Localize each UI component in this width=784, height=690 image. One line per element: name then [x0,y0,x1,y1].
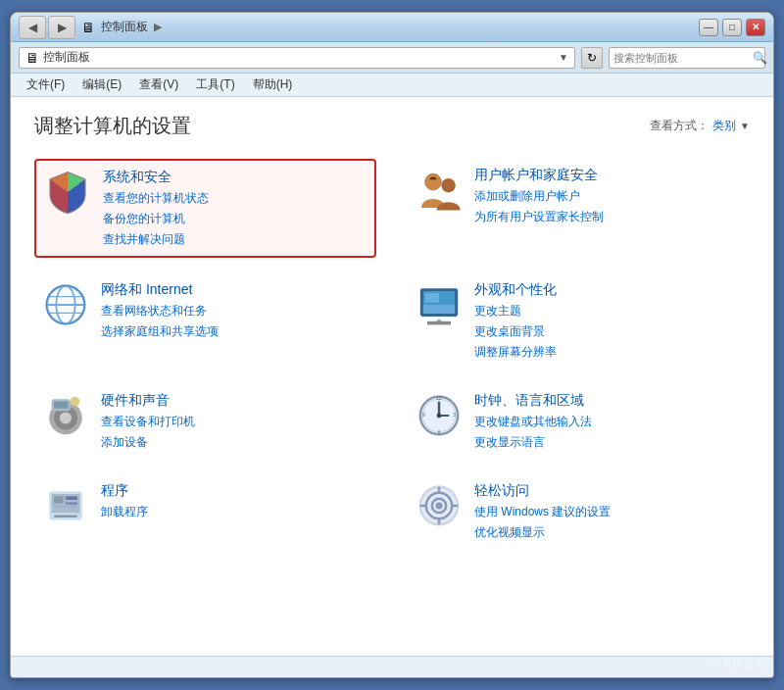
svg-rect-35 [66,502,77,504]
title-bar-buttons: — □ ✕ [699,19,765,36]
svg-text:9: 9 [422,413,425,418]
view-options: 查看方式： 类别 ▼ [650,118,750,134]
appearance-link-3[interactable]: 调整屏幕分辨率 [474,343,557,361]
menu-help[interactable]: 帮助(H) [245,74,301,95]
svg-rect-34 [66,496,77,500]
section-clock-language-text: 时钟、语言和区域 更改键盘或其他输入法 更改显示语言 [474,392,592,451]
section-hardware-sound-text: 硬件和声音 查看设备和打印机 添加设备 [101,392,195,451]
user-link-1[interactable]: 添加或删除用户帐户 [474,187,604,205]
section-system-security-title[interactable]: 系统和安全 [103,169,209,186]
section-system-security-text: 系统和安全 查看您的计算机状态 备份您的计算机 查找并解决问题 [103,169,209,248]
section-hardware-sound[interactable]: 硬件和声音 查看设备和打印机 添加设备 [34,384,376,459]
section-programs[interactable]: 程序 卸载程序 [34,474,376,549]
icon-clock-language: 12 3 6 9 [416,392,463,439]
nav-back-fwd: ◀ ▶ [19,16,75,39]
section-hardware-sound-title[interactable]: 硬件和声音 [101,392,195,410]
hardware-link-2[interactable]: 添加设备 [101,433,195,451]
programs-link-1[interactable]: 卸载程序 [101,503,148,520]
section-clock-language[interactable]: 12 3 6 9 时钟、语言和区域 更改键盘或其他输入法 更改显示语言 [408,384,750,459]
svg-point-1 [441,178,455,192]
svg-rect-37 [54,516,77,518]
system-link-2[interactable]: 备份您的计算机 [103,210,209,227]
icon-system-security [44,169,91,216]
control-panel-grid: 系统和安全 查看您的计算机状态 备份您的计算机 查找并解决问题 [34,159,750,549]
section-programs-title[interactable]: 程序 [101,482,148,500]
clock-link-1[interactable]: 更改键盘或其他输入法 [474,413,592,430]
svg-point-18 [60,412,72,423]
accessibility-link-1[interactable]: 使用 Windows 建议的设置 [474,503,611,520]
search-wrapper[interactable]: 🔍 [609,47,765,69]
svg-rect-12 [425,293,439,303]
address-input-wrapper[interactable]: 🖥 控制面板 ▼ [19,47,575,69]
icon-programs [42,482,89,529]
status-bar [11,656,773,677]
close-button[interactable]: ✕ [746,19,765,36]
icon-network-internet [42,281,89,328]
appearance-link-2[interactable]: 更改桌面背景 [474,322,557,340]
menu-tools[interactable]: 工具(T) [188,74,242,95]
section-programs-text: 程序 卸载程序 [101,482,148,520]
svg-point-8 [47,286,84,323]
svg-text:3: 3 [453,413,456,418]
svg-point-45 [435,502,442,509]
svg-point-26 [437,414,442,419]
icon-accessibility [416,482,463,529]
address-bar: 🖥 控制面板 ▼ ↻ 🔍 [11,42,773,74]
minimize-button[interactable]: — [699,19,718,36]
icon-hardware-sound [42,392,89,439]
svg-rect-33 [54,496,64,503]
title-bar: ◀ ▶ 🖥 控制面板 ▶ — □ ✕ [11,13,773,42]
section-accessibility[interactable]: 轻松访问 使用 Windows 建议的设置 优化视频显示 [408,474,750,549]
menu-file[interactable]: 文件(F) [19,74,73,95]
section-clock-language-title[interactable]: 时钟、语言和区域 [474,392,592,410]
menu-view[interactable]: 查看(V) [131,74,186,95]
address-dropdown-arrow[interactable]: ▼ [559,52,568,63]
section-network-internet-text: 网络和 Internet 查看网络状态和任务 选择家庭组和共享选项 [101,281,219,340]
svg-text:12: 12 [436,396,442,401]
back-button[interactable]: ◀ [19,16,46,39]
section-accessibility-text: 轻松访问 使用 Windows 建议的设置 优化视频显示 [474,482,611,541]
svg-text:6: 6 [438,430,441,435]
refresh-button[interactable]: ↻ [581,47,603,69]
svg-rect-20 [54,402,68,409]
appearance-link-1[interactable]: 更改主题 [474,302,557,320]
search-input[interactable] [613,52,749,64]
menu-bar: 文件(F) 编辑(E) 查看(V) 工具(T) 帮助(H) [11,74,773,97]
main-window: ◀ ▶ 🖥 控制面板 ▶ — □ ✕ 🖥 控制面板 ▼ ↻ 🔍 文件(F) 编辑… [10,12,774,678]
watermark: 一 桌机之道 [708,656,764,670]
svg-rect-14 [427,321,451,325]
maximize-button[interactable]: □ [722,19,742,36]
section-network-internet-title[interactable]: 网络和 Internet [101,281,219,299]
svg-rect-36 [54,506,77,508]
window-icon: 🖥 [81,20,95,35]
section-system-security[interactable]: 系统和安全 查看您的计算机状态 备份您的计算机 查找并解决问题 [34,159,376,258]
forward-button[interactable]: ▶ [48,16,75,39]
menu-edit[interactable]: 编辑(E) [74,74,129,95]
section-network-internet[interactable]: 网络和 Internet 查看网络状态和任务 选择家庭组和共享选项 [34,273,376,369]
section-accessibility-title[interactable]: 轻松访问 [474,482,611,500]
search-icon[interactable]: 🔍 [753,51,767,65]
user-link-2[interactable]: 为所有用户设置家长控制 [474,208,604,225]
section-user-accounts[interactable]: 用户帐户和家庭安全 添加或删除用户帐户 为所有用户设置家长控制 [408,159,750,258]
section-appearance-title[interactable]: 外观和个性化 [474,281,557,299]
svg-point-21 [71,397,80,407]
section-appearance[interactable]: 外观和个性化 更改主题 更改桌面背景 调整屏幕分辨率 [408,273,750,369]
main-content: 调整计算机的设置 查看方式： 类别 ▼ [11,97,773,656]
page-header: 调整计算机的设置 查看方式： 类别 ▼ [34,113,750,139]
window-title: 控制面板 [101,19,148,35]
breadcrumb-separator: ▶ [154,21,162,33]
hardware-link-1[interactable]: 查看设备和打印机 [101,413,195,430]
section-user-accounts-text: 用户帐户和家庭安全 添加或删除用户帐户 为所有用户设置家长控制 [474,167,604,225]
system-link-3[interactable]: 查找并解决问题 [103,230,209,248]
view-dropdown-arrow[interactable]: ▼ [740,121,750,131]
accessibility-link-2[interactable]: 优化视频显示 [474,523,611,541]
view-type-link[interactable]: 类别 [712,118,736,134]
page-title: 调整计算机的设置 [34,113,191,139]
system-link-1[interactable]: 查看您的计算机状态 [103,189,209,207]
section-user-accounts-title[interactable]: 用户帐户和家庭安全 [474,167,604,184]
clock-link-2[interactable]: 更改显示语言 [474,433,592,451]
network-link-2[interactable]: 选择家庭组和共享选项 [101,322,219,340]
network-link-1[interactable]: 查看网络状态和任务 [101,302,219,320]
address-text: 控制面板 [43,49,555,66]
title-bar-left: ◀ ▶ 🖥 控制面板 ▶ [19,16,162,39]
